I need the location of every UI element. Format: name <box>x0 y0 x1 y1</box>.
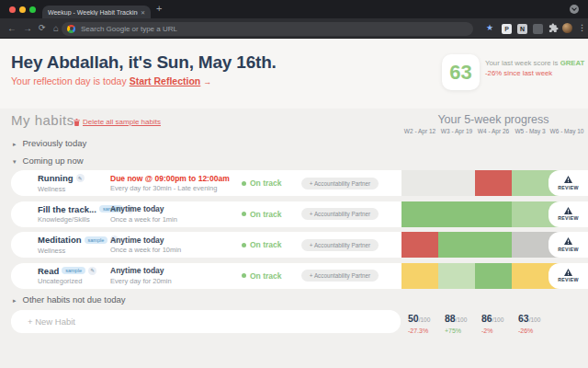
habit-schedule-sub: Every day for 20min <box>110 277 242 285</box>
review-label: REVIEW <box>558 247 579 252</box>
stat-change: -2% <box>481 328 512 334</box>
sample-badge: sample <box>62 267 85 274</box>
habit-name-block: Meditation sample ✎ Wellness <box>11 235 110 255</box>
window-close-button[interactable] <box>9 6 16 13</box>
window-minimize-button[interactable] <box>19 6 26 13</box>
habit-category: Uncategorized <box>38 277 110 285</box>
habit-schedule: Due now @ 09:00pm to 12:00am Every day f… <box>110 174 242 193</box>
progress-cells <box>401 232 560 258</box>
back-icon[interactable]: ← <box>7 18 17 38</box>
habit-name-block: Running sample ✎ Wellness <box>11 173 110 193</box>
habit-row[interactable]: Running sample ✎ Wellness Due now @ 09:0… <box>11 170 588 196</box>
week-score-info: Your last week score is GREAT -26% since… <box>485 59 588 78</box>
progress-cell <box>475 232 512 258</box>
start-reflection-link[interactable]: Start Reflection <box>130 75 201 86</box>
tab-close-icon[interactable]: ✕ <box>141 9 145 16</box>
address-bar[interactable]: Search Google or type a URL <box>62 22 473 36</box>
habit-schedule-main: Anytime today <box>110 266 242 275</box>
score-rating: GREAT <box>560 59 585 67</box>
week-labels: W2 - Apr 12 W3 - Apr 19 W4 - Apr 26 W5 -… <box>401 128 585 134</box>
habit-row[interactable]: Meditation sample ✎ Wellness Anytime tod… <box>11 232 588 258</box>
partner-cell: + Accountability Partner <box>301 178 401 190</box>
habit-row[interactable]: Fill the track... sample ✎ Knowledge/Ski… <box>11 201 588 227</box>
week-stat: 88/100 +75% <box>438 309 475 334</box>
accountability-partner-button[interactable]: + Accountability Partner <box>301 270 379 282</box>
section-coming-up-now[interactable]: ▾Coming up now <box>13 155 84 166</box>
week-stat: 50/100 -27.3% <box>401 309 438 334</box>
progress-cell <box>401 170 438 196</box>
reflection-text: Your reflection day is today <box>11 75 127 86</box>
accountability-partner-button[interactable]: + Accountability Partner <box>301 178 379 190</box>
habit-category: Knowledge/Skills <box>38 215 110 224</box>
habit-name: Fill the track... <box>38 204 96 214</box>
accountability-partner-button[interactable]: + Accountability Partner <box>301 208 379 220</box>
review-button[interactable]: REVIEW <box>548 263 588 289</box>
stat-denom: /100 <box>419 316 431 323</box>
status-label: On track <box>250 240 282 249</box>
status-label: On track <box>250 210 282 219</box>
warning-triangle-icon <box>564 176 572 183</box>
review-label: REVIEW <box>558 215 579 221</box>
extensions-puzzle-icon[interactable] <box>548 23 559 33</box>
stat-change: +75% <box>445 328 475 334</box>
extension-p-icon[interactable]: P <box>502 24 512 34</box>
progress-cell <box>475 170 512 196</box>
section-other-habits[interactable]: ▸Other habits not due today <box>13 294 125 305</box>
stat-change: -26% <box>518 328 548 334</box>
profile-avatar[interactable] <box>562 23 572 33</box>
score-change: -26% since last week <box>485 69 588 78</box>
reflection-banner: Your reflection day is todayStart Reflec… <box>11 75 211 86</box>
habit-status: On track <box>242 210 301 219</box>
new-tab-button[interactable]: + <box>156 3 162 14</box>
my-habits-title: My habits <box>11 112 74 128</box>
habit-category: Wellness <box>38 185 110 193</box>
habit-name: Running <box>38 173 74 183</box>
review-button[interactable]: REVIEW <box>548 232 588 258</box>
reload-icon[interactable]: ⟳ <box>39 18 46 38</box>
tab-search-button[interactable] <box>570 5 579 14</box>
score-label: Your last week score is <box>485 59 558 67</box>
extension-n-icon[interactable]: N <box>517 24 527 34</box>
habit-status: On track <box>242 240 301 249</box>
habit-schedule: Anytime today Once a week for 1min <box>110 204 242 224</box>
edit-pencil-icon[interactable]: ✎ <box>76 174 85 182</box>
week-stat: 86/100 -2% <box>475 309 512 334</box>
week-label: W6 - May 10 <box>548 128 585 134</box>
delete-link-label: Delete all sample habits <box>83 118 161 126</box>
warning-triangle-icon <box>564 269 572 276</box>
habit-name: Read <box>38 266 59 276</box>
browser-titlebar: Weekup - Weekly Habit Tracking ✕ + <box>0 0 588 18</box>
week-label: W3 - Apr 19 <box>438 128 475 134</box>
page: Hey Abdallah, it's Sun, May 16th. Your r… <box>0 39 588 368</box>
section-label: Coming up now <box>23 155 84 166</box>
home-icon[interactable]: ⌂ <box>53 18 59 38</box>
week-label: W4 - Apr 26 <box>475 128 512 134</box>
forward-icon[interactable]: → <box>23 18 32 38</box>
habit-schedule-main: Due now @ 09:00pm to 12:00am <box>110 174 242 183</box>
section-previously-today[interactable]: ▸Previously today <box>13 138 86 148</box>
stat-value: 86 <box>481 313 492 324</box>
review-button[interactable]: REVIEW <box>548 170 588 196</box>
week-label: W5 - May 3 <box>512 128 548 134</box>
browser-menu-icon[interactable]: ⋮ <box>578 18 586 38</box>
progress-cell <box>438 201 475 227</box>
window-maximize-button[interactable] <box>29 6 36 13</box>
partner-cell: + Accountability Partner <box>301 208 401 220</box>
stat-value: 63 <box>518 313 529 324</box>
edit-pencil-icon[interactable]: ✎ <box>88 267 96 275</box>
review-button[interactable]: REVIEW <box>548 201 588 227</box>
browser-tab[interactable]: Weekup - Weekly Habit Tracking ✕ <box>42 6 151 18</box>
extension-dark-icon[interactable] <box>533 24 543 34</box>
progress-cells <box>401 263 560 289</box>
new-habit-button[interactable]: + New Habit <box>11 310 401 333</box>
delete-sample-habits-link[interactable]: Delete all sample habits <box>74 118 161 126</box>
progress-cell <box>401 232 438 258</box>
collapsed-arrow-icon: ▸ <box>13 297 17 304</box>
stat-denom: /100 <box>456 316 468 323</box>
status-dot-icon <box>242 243 246 247</box>
habit-row[interactable]: Read sample ✎ Uncategorized Anytime toda… <box>11 263 588 289</box>
week-stat: 63/100 -26% <box>512 309 548 334</box>
accountability-partner-button[interactable]: + Accountability Partner <box>301 239 379 251</box>
bookmark-star-icon[interactable]: ★ <box>486 18 493 38</box>
warning-triangle-icon <box>564 237 572 245</box>
